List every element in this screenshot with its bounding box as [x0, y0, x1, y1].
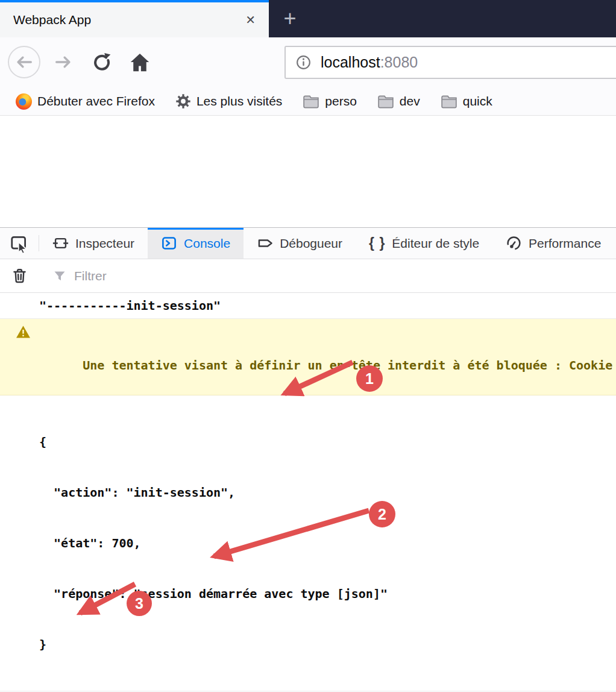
bookmarks-bar: Débuter avec Firefox Les plus visités pe… — [0, 87, 616, 116]
navigation-toolbar: localhost:8080 — [0, 37, 616, 87]
forward-arrow-icon — [53, 52, 74, 72]
console-output: "-----------init-session" Une tentative … — [0, 293, 616, 692]
reload-icon — [91, 51, 113, 73]
new-tab-button[interactable]: + — [276, 0, 304, 37]
tab-editeur-de-style[interactable]: { } Éditeur de style — [356, 228, 492, 259]
forward-button[interactable] — [50, 49, 77, 75]
performance-icon — [506, 235, 522, 251]
bookmark-debuter-avec-firefox[interactable]: Débuter avec Firefox — [16, 93, 155, 110]
bookmark-folder-quick[interactable]: quick — [441, 94, 492, 109]
bookmark-label: dev — [400, 94, 420, 109]
home-button[interactable] — [127, 49, 153, 76]
tab-console[interactable]: Console — [148, 228, 244, 259]
folder-icon — [441, 94, 457, 109]
json-line: "réponse": "session démarrée avec type [… — [39, 585, 606, 602]
tab-label: Performance — [529, 236, 601, 251]
console-toolbar — [0, 259, 616, 293]
tab-strip: Webpack App ✕ + — [0, 0, 616, 37]
log-text: "-----------init-session" — [39, 298, 221, 313]
firefox-icon — [16, 93, 32, 110]
bookmark-label: quick — [463, 94, 492, 109]
inspector-icon — [52, 235, 69, 251]
page-content — [0, 116, 616, 227]
clear-console-button[interactable] — [0, 268, 39, 284]
bookmark-label: Les plus visités — [196, 94, 282, 109]
tab-debogueur[interactable]: Débogueur — [244, 228, 356, 259]
bookmark-folder-les-plus-visites[interactable]: Les plus visités — [175, 93, 282, 109]
style-editor-icon: { } — [369, 235, 385, 251]
browser-tab[interactable]: Webpack App ✕ — [0, 0, 269, 37]
console-json-row: { "action": "init-session", "état": 700,… — [0, 395, 616, 691]
tab-close-icon[interactable]: ✕ — [242, 11, 259, 28]
folder-icon — [377, 94, 394, 109]
home-icon — [128, 51, 151, 74]
pick-element-button[interactable] — [0, 228, 39, 259]
tab-inspecteur[interactable]: Inspecteur — [39, 228, 148, 259]
console-log-row: "-----------init-session" — [0, 293, 616, 319]
annotation-badge-3: 3 — [127, 591, 152, 616]
url-bar[interactable]: localhost:8080 — [284, 46, 616, 79]
reload-button[interactable] — [89, 49, 115, 75]
back-arrow-icon — [14, 52, 34, 72]
json-line: "état": 700, — [39, 535, 606, 552]
pick-element-icon — [10, 234, 28, 253]
filter-funnel-icon — [52, 269, 67, 283]
gear-icon — [175, 93, 191, 109]
devtools-panel: Inspecteur Console Débogueur { } Éditeur… — [0, 227, 616, 692]
tab-performance[interactable]: Performance — [492, 228, 614, 259]
tab-label: Console — [184, 236, 230, 251]
bookmark-label: Débuter avec Firefox — [37, 94, 155, 109]
debugger-icon — [257, 235, 273, 251]
trash-icon — [11, 268, 28, 284]
annotation-badge-1: 1 — [356, 365, 383, 392]
tab-label: Débogueur — [280, 236, 342, 251]
url-host: localhost — [321, 54, 380, 71]
folder-icon — [303, 94, 319, 109]
warning-text: Une tentative visant à définir un en-têt… — [83, 358, 612, 373]
filter-input[interactable] — [74, 269, 616, 283]
console-icon — [161, 235, 177, 251]
json-line: "action": "init-session", — [39, 484, 606, 501]
tab-title: Webpack App — [13, 13, 242, 27]
bookmark-folder-perso[interactable]: perso — [303, 94, 357, 109]
bookmark-folder-dev[interactable]: dev — [377, 94, 420, 109]
devtools-tabbar: Inspecteur Console Débogueur { } Éditeur… — [0, 228, 616, 259]
tab-label: Éditeur de style — [392, 236, 479, 251]
info-icon — [295, 54, 312, 71]
warning-icon — [16, 324, 31, 339]
tab-label: Inspecteur — [75, 236, 134, 251]
back-button[interactable] — [8, 46, 40, 78]
annotation-badge-2: 2 — [369, 501, 395, 527]
json-line: } — [39, 636, 606, 653]
url-text: localhost:8080 — [321, 54, 418, 71]
url-port: :8080 — [380, 54, 418, 71]
bookmark-label: perso — [325, 94, 357, 109]
console-warning-row: Une tentative visant à définir un en-têt… — [0, 319, 616, 395]
json-line: { — [39, 433, 606, 450]
